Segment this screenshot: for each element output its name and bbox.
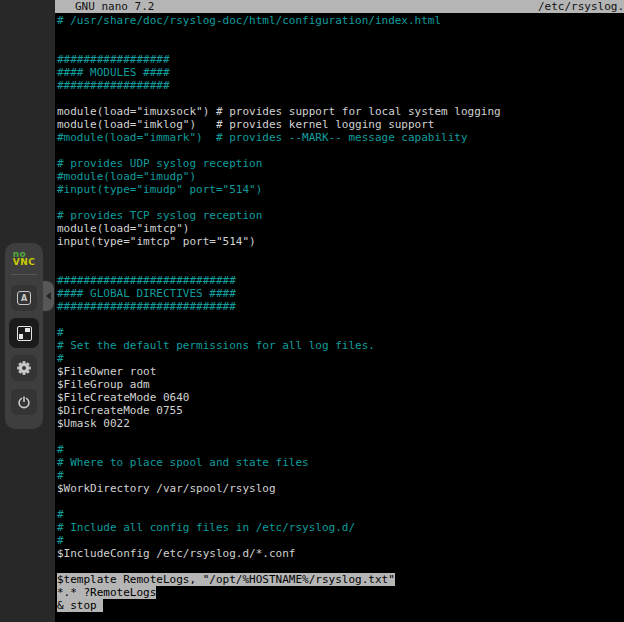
editor-line: *.* ?RemoteLogs — [57, 586, 624, 599]
fullscreen-icon — [17, 326, 32, 341]
fullscreen-button[interactable] — [9, 318, 39, 348]
novnc-control-bar: no VNC A — [5, 243, 43, 429]
editor-line: # Set the default permissions for all lo… — [57, 339, 624, 352]
editor-line: module(load="imuxsock") # provides suppo… — [57, 105, 624, 118]
editor-line: # — [57, 443, 624, 456]
novnc-logo: no VNC — [13, 250, 36, 266]
editor-line — [57, 144, 624, 157]
editor-line — [57, 248, 624, 261]
editor-line: # — [57, 508, 624, 521]
nano-version-label: GNU nano 7.2 — [75, 0, 154, 13]
editor-line: $Umask 0022 — [57, 417, 624, 430]
editor-content[interactable]: # /usr/share/doc/rsyslog-doc/html/config… — [55, 13, 624, 612]
editor-line — [57, 196, 624, 209]
editor-line: # — [57, 469, 624, 482]
editor-line: input(type="imtcp" port="514") — [57, 235, 624, 248]
editor-line: $FileGroup adm — [57, 378, 624, 391]
editor-line: & stop — [57, 599, 624, 612]
keyboard-key-a-icon: A — [17, 291, 31, 305]
editor-line: module(load="imtcp") — [57, 222, 624, 235]
editor-line: module(load="imklog") # provides kernel … — [57, 118, 624, 131]
editor-line: #module(load="immark") # provides --MARK… — [57, 131, 624, 144]
editor-line — [57, 313, 624, 326]
editor-line: # — [57, 352, 624, 365]
editor-line — [57, 261, 624, 274]
editor-line: $IncludeConfig /etc/rsyslog.d/*.conf — [57, 547, 624, 560]
editor-line: ########################### — [57, 274, 624, 287]
editor-line: $template RemoteLogs, "/opt/%HOSTNAME%/r… — [57, 573, 624, 586]
editor-line — [57, 560, 624, 573]
editor-line: $DirCreateMode 0755 — [57, 404, 624, 417]
editor-line — [57, 495, 624, 508]
editor-line: # provides UDP syslog reception — [57, 157, 624, 170]
editor-line — [57, 40, 624, 53]
editor-line: # provides TCP syslog reception — [57, 209, 624, 222]
editor-line: ################# — [57, 53, 624, 66]
editor-line — [57, 430, 624, 443]
keyboard-button[interactable]: A — [11, 285, 37, 311]
editor-line: $FileCreateMode 0640 — [57, 391, 624, 404]
editor-line: ################# — [57, 79, 624, 92]
power-icon — [15, 393, 33, 411]
editor-line: # Include all config files in /etc/rsysl… — [57, 521, 624, 534]
editor-line: # /usr/share/doc/rsyslog-doc/html/config… — [57, 14, 624, 27]
novnc-logo-vnc: VNC — [13, 258, 36, 266]
editor-line: #### GLOBAL DIRECTIVES #### — [57, 287, 624, 300]
editor-line: $FileOwner root — [57, 365, 624, 378]
nano-filename-label: /etc/rsyslog. — [538, 0, 624, 13]
editor-line: ########################### — [57, 300, 624, 313]
editor-line: #input(type="imudp" port="514") — [57, 183, 624, 196]
editor-line — [57, 27, 624, 40]
power-button[interactable] — [11, 389, 37, 415]
editor-line: $WorkDirectory /var/spool/rsyslog — [57, 482, 624, 495]
editor-line: #### MODULES #### — [57, 66, 624, 79]
settings-button[interactable] — [11, 355, 37, 381]
editor-line — [57, 92, 624, 105]
gear-icon — [15, 359, 33, 377]
editor-line: # Where to place spool and state files — [57, 456, 624, 469]
editor-line: #module(load="imudp") — [57, 170, 624, 183]
panel-collapse-handle[interactable] — [43, 281, 54, 311]
nano-titlebar: GNU nano 7.2 /etc/rsyslog. — [55, 0, 624, 13]
editor-line: # — [57, 534, 624, 547]
editor-line: # — [57, 326, 624, 339]
chevron-left-icon — [46, 292, 51, 300]
panel-divider — [11, 274, 37, 275]
terminal-window[interactable]: GNU nano 7.2 /etc/rsyslog. # /usr/share/… — [55, 0, 624, 622]
